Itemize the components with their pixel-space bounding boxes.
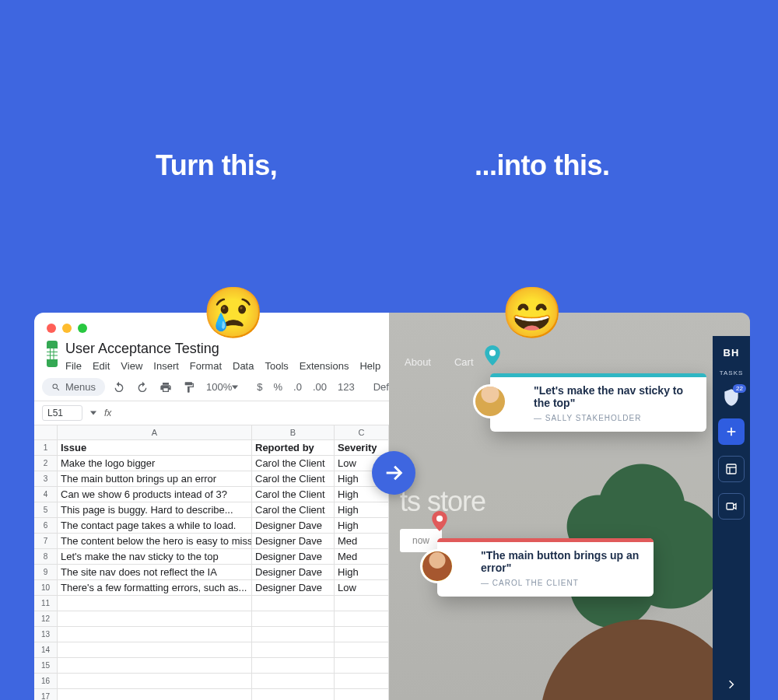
cell-reporter[interactable] <box>252 611 335 626</box>
cell-issue[interactable] <box>58 627 252 642</box>
minimize-dot[interactable] <box>62 324 72 333</box>
caret-down-icon[interactable] <box>90 410 96 416</box>
cell-severity[interactable]: High <box>335 565 389 579</box>
row-number[interactable]: 17 <box>34 689 58 700</box>
cell-severity[interactable]: High <box>335 502 389 517</box>
cell-reporter[interactable] <box>252 596 335 611</box>
cell-reporter[interactable] <box>252 658 335 673</box>
undo-icon[interactable] <box>110 380 128 395</box>
row-number[interactable]: 11 <box>34 596 58 611</box>
cell-severity[interactable] <box>335 596 389 611</box>
row-number[interactable]: 4 <box>34 487 58 502</box>
redo-icon[interactable] <box>133 380 152 395</box>
row-number[interactable]: 10 <box>34 580 58 595</box>
expand-chevron-icon[interactable] <box>727 678 736 700</box>
cell-issue[interactable]: The content below the hero is easy to mi… <box>58 534 252 548</box>
cell-issue[interactable] <box>58 642 252 657</box>
maximize-dot[interactable] <box>78 324 87 333</box>
cell-issue[interactable]: The contact page takes a while to load. <box>58 518 252 533</box>
feedback-card-2[interactable]: "The main button brings up an error" — C… <box>437 538 654 597</box>
add-task-button[interactable] <box>718 418 745 445</box>
cell-issue[interactable] <box>58 658 252 673</box>
row-number[interactable]: 14 <box>34 642 58 657</box>
row-number[interactable]: 12 <box>34 611 58 626</box>
video-button[interactable] <box>718 493 745 520</box>
cell-reporter[interactable]: Designer Dave <box>252 580 335 595</box>
cell-severity[interactable]: High <box>335 518 389 533</box>
row-number[interactable]: 2 <box>34 456 58 471</box>
cell-issue[interactable] <box>58 596 252 611</box>
cell-reporter[interactable]: Designer Dave <box>252 565 335 579</box>
cell-issue[interactable]: Can we show 6 products intead of 3? <box>58 487 252 502</box>
print-icon[interactable] <box>156 380 175 395</box>
col-header-b[interactable]: B <box>252 425 335 439</box>
cell-severity[interactable] <box>335 674 389 688</box>
row-number[interactable]: 15 <box>34 658 58 673</box>
doc-title[interactable]: User Acceptance Testing <box>65 341 380 357</box>
num-format-button[interactable]: 123 <box>335 380 358 394</box>
row-number[interactable]: 9 <box>34 565 58 579</box>
row-number[interactable]: 3 <box>34 471 58 486</box>
cell-issue[interactable] <box>58 674 252 688</box>
pin-teal-icon[interactable] <box>485 345 500 366</box>
menu-data[interactable]: Data <box>233 360 254 372</box>
name-box[interactable]: L51 <box>42 405 82 421</box>
cell-issue[interactable]: Let's make the nav sticky to the top <box>58 549 252 564</box>
font-select[interactable]: Defaul... <box>370 380 389 394</box>
row-number[interactable]: 6 <box>34 518 58 533</box>
currency-button[interactable]: $ <box>254 380 265 394</box>
menu-tools[interactable]: Tools <box>265 360 288 372</box>
feedback-card-1[interactable]: "Let's make the nav sticky to the top" —… <box>490 373 706 432</box>
cell-reporter[interactable]: Carol the Client <box>252 487 335 502</box>
cell-issue[interactable]: This page is buggy. Hard to describe... <box>58 502 252 517</box>
inc-decimal-button[interactable]: .00 <box>310 380 330 394</box>
menus-button[interactable]: Menus <box>42 378 105 396</box>
cell-reporter[interactable]: Carol the Client <box>252 456 335 471</box>
cell-reporter[interactable]: Carol the Client <box>252 471 335 486</box>
cell-severity[interactable] <box>335 611 389 626</box>
cell-reporter[interactable]: Designer Dave <box>252 518 335 533</box>
cell-severity[interactable] <box>335 627 389 642</box>
menu-file[interactable]: File <box>65 360 82 372</box>
paint-format-icon[interactable] <box>180 380 198 395</box>
nav-about[interactable]: About <box>405 356 431 368</box>
cell-severity[interactable]: Med <box>335 549 389 564</box>
row-number[interactable]: 13 <box>34 627 58 642</box>
cell-reporter[interactable]: Designer Dave <box>252 534 335 548</box>
cell-issue[interactable]: The main button brings up an error <box>58 471 252 486</box>
cell-issue[interactable] <box>58 689 252 700</box>
shield-icon[interactable]: 22 <box>721 387 741 408</box>
menu-insert[interactable]: Insert <box>153 360 179 372</box>
menu-edit[interactable]: Edit <box>93 360 110 372</box>
cell-reporter[interactable] <box>252 627 335 642</box>
menu-view[interactable]: View <box>121 360 142 372</box>
cell-reporter[interactable]: Carol the Client <box>252 502 335 517</box>
cell-issue[interactable]: Issue <box>58 440 252 455</box>
row-number[interactable]: 7 <box>34 534 58 548</box>
percent-button[interactable]: % <box>271 380 286 394</box>
cell-reporter[interactable]: Designer Dave <box>252 549 335 564</box>
cell-reporter[interactable]: Reported by <box>252 440 335 455</box>
cell-issue[interactable] <box>58 611 252 626</box>
cell-severity[interactable] <box>335 642 389 657</box>
cell-severity[interactable] <box>335 689 389 700</box>
row-number[interactable]: 8 <box>34 549 58 564</box>
row-number[interactable]: 16 <box>34 674 58 688</box>
zoom-select[interactable]: 100% <box>203 380 241 394</box>
cell-issue[interactable]: There's a few formatting errors, such as… <box>58 580 252 595</box>
cell-severity[interactable]: Med <box>335 534 389 548</box>
cell-issue[interactable]: The site nav does not reflect the IA <box>58 565 252 579</box>
cell-severity[interactable]: Low <box>335 580 389 595</box>
layout-button[interactable] <box>718 456 745 482</box>
col-header-a[interactable]: A <box>58 425 252 439</box>
select-all-corner[interactable] <box>34 425 58 439</box>
dec-decimal-button[interactable]: .0 <box>290 380 305 394</box>
nav-cart[interactable]: Cart <box>454 356 474 368</box>
cell-reporter[interactable] <box>252 642 335 657</box>
row-number[interactable]: 1 <box>34 440 58 455</box>
menu-extensions[interactable]: Extensions <box>300 360 349 372</box>
brand-logo[interactable]: BH <box>724 347 740 359</box>
menu-format[interactable]: Format <box>190 360 222 372</box>
col-header-c[interactable]: C <box>335 425 389 439</box>
cell-issue[interactable]: Make the logo bigger <box>58 456 252 471</box>
